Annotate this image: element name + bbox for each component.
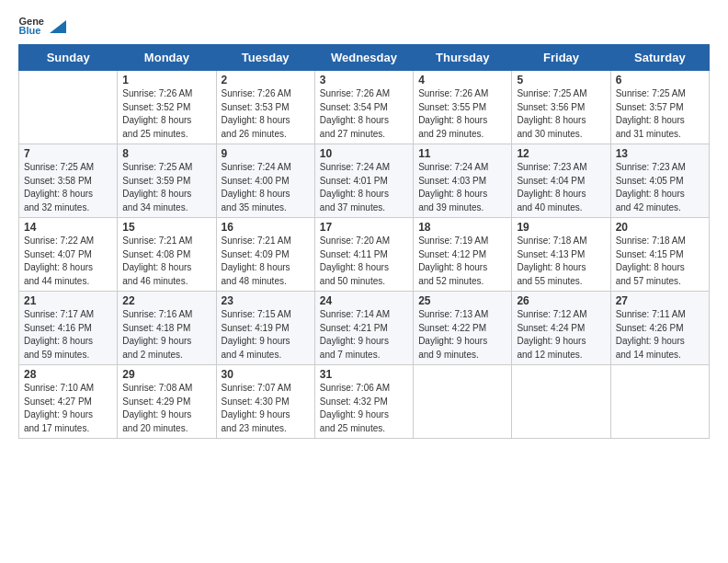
- day-number: 22: [122, 294, 210, 307]
- logo-icon: General Blue: [18, 15, 44, 35]
- day-number: 30: [222, 368, 310, 381]
- calendar-cell: 25Sunrise: 7:13 AMSunset: 4:22 PMDayligh…: [414, 292, 512, 365]
- day-number: 16: [222, 221, 310, 234]
- day-info: Sunrise: 7:12 AMSunset: 4:24 PMDaylight:…: [517, 308, 605, 362]
- day-number: 27: [616, 294, 704, 307]
- day-info: Sunrise: 7:18 AMSunset: 4:15 PMDaylight:…: [616, 235, 704, 288]
- day-info: Sunrise: 7:20 AMSunset: 4:11 PMDaylight:…: [320, 235, 408, 288]
- day-number: 25: [418, 294, 506, 307]
- day-info: Sunrise: 7:26 AMSunset: 3:52 PMDaylight:…: [122, 87, 210, 141]
- column-header-saturday: Saturday: [610, 45, 709, 71]
- day-info: Sunrise: 7:25 AMSunset: 3:57 PMDaylight:…: [616, 87, 704, 141]
- calendar-cell: 6Sunrise: 7:25 AMSunset: 3:57 PMDaylight…: [610, 71, 709, 144]
- day-info: Sunrise: 7:18 AMSunset: 4:13 PMDaylight:…: [517, 235, 605, 288]
- day-number: 10: [320, 147, 408, 160]
- calendar-cell: 23Sunrise: 7:15 AMSunset: 4:19 PMDayligh…: [216, 292, 314, 365]
- day-info: Sunrise: 7:23 AMSunset: 4:05 PMDaylight:…: [616, 161, 704, 214]
- day-number: 2: [222, 74, 310, 86]
- day-number: 18: [418, 221, 506, 234]
- calendar-cell: 16Sunrise: 7:21 AMSunset: 4:09 PMDayligh…: [216, 218, 314, 292]
- day-number: 26: [517, 294, 605, 307]
- day-info: Sunrise: 7:26 AMSunset: 3:53 PMDaylight:…: [222, 87, 310, 141]
- day-number: 23: [222, 294, 310, 307]
- calendar-cell: 21Sunrise: 7:17 AMSunset: 4:16 PMDayligh…: [19, 292, 118, 365]
- day-number: 14: [24, 221, 112, 234]
- calendar-cell: 8Sunrise: 7:25 AMSunset: 3:59 PMDaylight…: [118, 144, 216, 218]
- day-number: 12: [517, 147, 605, 160]
- page-header: General Blue: [18, 15, 710, 35]
- calendar-cell: 10Sunrise: 7:24 AMSunset: 4:01 PMDayligh…: [314, 144, 413, 218]
- day-number: 4: [418, 74, 506, 86]
- day-number: 29: [122, 368, 210, 381]
- day-info: Sunrise: 7:21 AMSunset: 4:08 PMDaylight:…: [122, 235, 210, 288]
- calendar-cell: 15Sunrise: 7:21 AMSunset: 4:08 PMDayligh…: [118, 218, 216, 292]
- calendar-cell: 7Sunrise: 7:25 AMSunset: 3:58 PMDaylight…: [19, 144, 118, 218]
- day-number: 9: [222, 147, 310, 160]
- day-info: Sunrise: 7:13 AMSunset: 4:22 PMDaylight:…: [418, 308, 506, 362]
- day-info: Sunrise: 7:15 AMSunset: 4:19 PMDaylight:…: [222, 308, 310, 362]
- day-info: Sunrise: 7:17 AMSunset: 4:16 PMDaylight:…: [24, 308, 112, 362]
- calendar-cell: 30Sunrise: 7:07 AMSunset: 4:30 PMDayligh…: [216, 365, 314, 439]
- day-info: Sunrise: 7:11 AMSunset: 4:26 PMDaylight:…: [616, 308, 704, 362]
- day-number: 24: [320, 294, 408, 307]
- column-header-monday: Monday: [118, 45, 216, 71]
- week-row-3: 14Sunrise: 7:22 AMSunset: 4:07 PMDayligh…: [19, 218, 710, 292]
- calendar-cell: [414, 365, 512, 439]
- day-info: Sunrise: 7:07 AMSunset: 4:30 PMDaylight:…: [222, 382, 310, 435]
- logo-triangle-icon: [50, 20, 66, 33]
- calendar-cell: 22Sunrise: 7:16 AMSunset: 4:18 PMDayligh…: [118, 292, 216, 365]
- calendar-cell: 17Sunrise: 7:20 AMSunset: 4:11 PMDayligh…: [314, 218, 413, 292]
- day-info: Sunrise: 7:19 AMSunset: 4:12 PMDaylight:…: [418, 235, 506, 288]
- calendar-cell: 29Sunrise: 7:08 AMSunset: 4:29 PMDayligh…: [118, 365, 216, 439]
- day-info: Sunrise: 7:26 AMSunset: 3:54 PMDaylight:…: [320, 87, 408, 141]
- calendar-cell: 12Sunrise: 7:23 AMSunset: 4:04 PMDayligh…: [512, 144, 610, 218]
- calendar-cell: 28Sunrise: 7:10 AMSunset: 4:27 PMDayligh…: [19, 365, 118, 439]
- calendar-table: SundayMondayTuesdayWednesdayThursdayFrid…: [18, 44, 710, 439]
- svg-text:Blue: Blue: [18, 25, 40, 35]
- calendar-cell: 19Sunrise: 7:18 AMSunset: 4:13 PMDayligh…: [512, 218, 610, 292]
- calendar-cell: 5Sunrise: 7:25 AMSunset: 3:56 PMDaylight…: [512, 71, 610, 144]
- calendar-cell: 27Sunrise: 7:11 AMSunset: 4:26 PMDayligh…: [610, 292, 709, 365]
- week-row-5: 28Sunrise: 7:10 AMSunset: 4:27 PMDayligh…: [19, 365, 710, 439]
- calendar-cell: [610, 365, 709, 439]
- day-info: Sunrise: 7:24 AMSunset: 4:01 PMDaylight:…: [320, 161, 408, 214]
- day-number: 28: [24, 368, 112, 381]
- day-number: 6: [616, 74, 704, 86]
- calendar-cell: 18Sunrise: 7:19 AMSunset: 4:12 PMDayligh…: [414, 218, 512, 292]
- calendar-cell: 9Sunrise: 7:24 AMSunset: 4:00 PMDaylight…: [216, 144, 314, 218]
- calendar-cell: 4Sunrise: 7:26 AMSunset: 3:55 PMDaylight…: [414, 71, 512, 144]
- calendar-cell: 2Sunrise: 7:26 AMSunset: 3:53 PMDaylight…: [216, 71, 314, 144]
- day-number: 21: [24, 294, 112, 307]
- column-header-wednesday: Wednesday: [314, 45, 413, 71]
- day-info: Sunrise: 7:08 AMSunset: 4:29 PMDaylight:…: [122, 382, 210, 435]
- column-header-sunday: Sunday: [19, 45, 118, 71]
- day-number: 31: [320, 368, 408, 381]
- calendar-cell: 3Sunrise: 7:26 AMSunset: 3:54 PMDaylight…: [314, 71, 413, 144]
- calendar-cell: 20Sunrise: 7:18 AMSunset: 4:15 PMDayligh…: [610, 218, 709, 292]
- day-number: 5: [517, 74, 605, 86]
- day-info: Sunrise: 7:21 AMSunset: 4:09 PMDaylight:…: [222, 235, 310, 288]
- column-header-friday: Friday: [512, 45, 610, 71]
- logo: General Blue: [18, 15, 66, 35]
- day-number: 19: [517, 221, 605, 234]
- day-info: Sunrise: 7:24 AMSunset: 4:03 PMDaylight:…: [418, 161, 506, 214]
- week-row-2: 7Sunrise: 7:25 AMSunset: 3:58 PMDaylight…: [19, 144, 710, 218]
- day-number: 15: [122, 221, 210, 234]
- day-number: 8: [122, 147, 210, 160]
- calendar-cell: 1Sunrise: 7:26 AMSunset: 3:52 PMDaylight…: [118, 71, 216, 144]
- day-number: 17: [320, 221, 408, 234]
- day-number: 7: [24, 147, 112, 160]
- calendar-cell: 13Sunrise: 7:23 AMSunset: 4:05 PMDayligh…: [610, 144, 709, 218]
- calendar-cell: 14Sunrise: 7:22 AMSunset: 4:07 PMDayligh…: [19, 218, 118, 292]
- day-info: Sunrise: 7:16 AMSunset: 4:18 PMDaylight:…: [122, 308, 210, 362]
- day-info: Sunrise: 7:10 AMSunset: 4:27 PMDaylight:…: [24, 382, 112, 435]
- day-number: 20: [616, 221, 704, 234]
- day-info: Sunrise: 7:06 AMSunset: 4:32 PMDaylight:…: [320, 382, 408, 435]
- day-info: Sunrise: 7:14 AMSunset: 4:21 PMDaylight:…: [320, 308, 408, 362]
- svg-marker-3: [50, 20, 66, 33]
- week-row-1: 1Sunrise: 7:26 AMSunset: 3:52 PMDaylight…: [19, 71, 710, 144]
- day-number: 1: [122, 74, 210, 86]
- calendar-cell: 24Sunrise: 7:14 AMSunset: 4:21 PMDayligh…: [314, 292, 413, 365]
- calendar-cell: 26Sunrise: 7:12 AMSunset: 4:24 PMDayligh…: [512, 292, 610, 365]
- column-header-thursday: Thursday: [414, 45, 512, 71]
